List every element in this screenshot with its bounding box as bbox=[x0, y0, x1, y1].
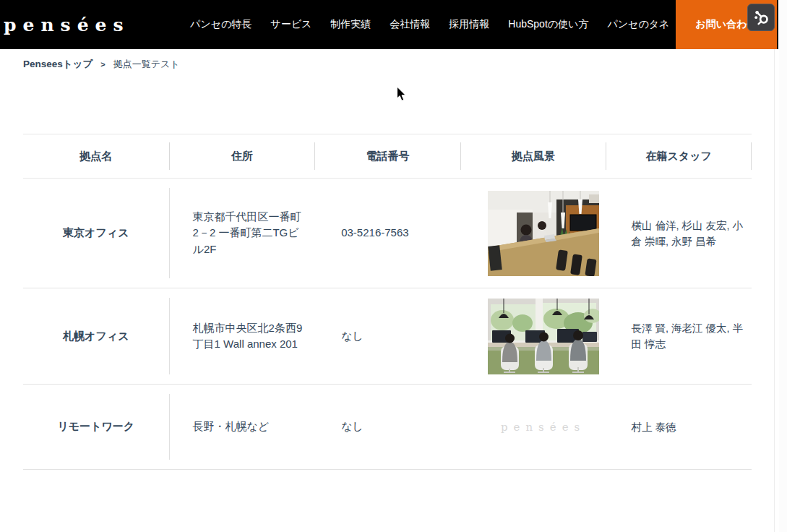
location-phone: なし bbox=[314, 419, 460, 435]
location-phone: なし bbox=[314, 328, 460, 345]
column-divider bbox=[169, 298, 170, 374]
menu-item-works[interactable]: 制作実績 bbox=[330, 18, 371, 31]
location-address: 札幌市中央区北2条西9丁目1 Wall annex 201 bbox=[169, 320, 315, 353]
column-header-address: 住所 bbox=[169, 142, 315, 170]
location-name: 札幌オフィス bbox=[23, 328, 169, 345]
location-name: 東京オフィス bbox=[23, 225, 169, 241]
pensees-logo[interactable]: pensées bbox=[4, 14, 130, 35]
main-menu: パンセの特長 サービス 制作実績 会社情報 採用情報 HubSpotの使い方 パ… bbox=[190, 0, 669, 49]
location-staff: 横山 倫洋, 杉山 友宏, 小倉 崇暉, 永野 昌希 bbox=[606, 218, 752, 249]
location-phone: 03-5216-7563 bbox=[314, 225, 460, 241]
column-header-staff: 在籍スタッフ bbox=[606, 142, 752, 170]
mouse-cursor bbox=[396, 86, 407, 105]
column-divider bbox=[169, 188, 170, 278]
menu-item-pensee-tane[interactable]: パンセのタネ bbox=[607, 18, 669, 31]
table-header-row: 拠点名 住所 電話番号 拠点風景 在籍スタッフ bbox=[23, 134, 752, 179]
table-row-remote: リモートワーク 長野・札幌など なし pensées 村上 泰徳 bbox=[23, 385, 752, 470]
column-header-photo: 拠点風景 bbox=[460, 142, 606, 170]
vertical-scrollbar[interactable] bbox=[779, 0, 787, 532]
hubspot-sprocket-button[interactable] bbox=[747, 4, 775, 31]
column-header-name: 拠点名 bbox=[23, 142, 169, 170]
breadcrumb-separator: > bbox=[100, 60, 105, 69]
menu-item-recruit[interactable]: 採用情報 bbox=[449, 18, 489, 31]
column-divider bbox=[169, 394, 170, 460]
photo-placeholder-logo: pensées bbox=[501, 421, 585, 434]
location-photo-cell bbox=[460, 299, 606, 374]
location-staff: 長澤 賢, 海老江 優太, 半田 惇志 bbox=[606, 320, 752, 352]
menu-item-services[interactable]: サービス bbox=[270, 18, 311, 31]
table-row-sapporo: 札幌オフィス 札幌市中央区北2条西9丁目1 Wall annex 201 なし bbox=[23, 288, 752, 385]
breadcrumb: Penseesトップ > 拠点一覧テスト bbox=[23, 58, 180, 71]
location-staff: 村上 泰徳 bbox=[606, 419, 752, 435]
sapporo-office-photo bbox=[488, 299, 599, 374]
location-photo-cell: pensées bbox=[460, 421, 606, 434]
menu-item-hubspot-howto[interactable]: HubSpotの使い方 bbox=[508, 18, 588, 31]
breadcrumb-current: 拠点一覧テスト bbox=[113, 58, 180, 71]
column-header-phone: 電話番号 bbox=[314, 142, 460, 170]
top-nav: pensées パンセの特長 サービス 制作実績 会社情報 採用情報 HubSp… bbox=[0, 0, 778, 49]
hubspot-sprocket-icon bbox=[752, 9, 770, 26]
table-row-tokyo: 東京オフィス 東京都千代田区一番町2－2 一番町第二TGビル2F 03-5216… bbox=[23, 179, 752, 288]
menu-item-company[interactable]: 会社情報 bbox=[390, 18, 430, 31]
location-photo-cell bbox=[460, 191, 606, 276]
page-edge-divider bbox=[774, 49, 775, 532]
tokyo-office-photo bbox=[488, 191, 599, 276]
breadcrumb-home-link[interactable]: Penseesトップ bbox=[23, 58, 93, 71]
location-address: 長野・札幌など bbox=[169, 419, 315, 435]
menu-item-features[interactable]: パンセの特長 bbox=[190, 18, 251, 31]
location-address: 東京都千代田区一番町2－2 一番町第二TGビル2F bbox=[169, 209, 315, 258]
location-name: リモートワーク bbox=[23, 419, 169, 435]
locations-table: 拠点名 住所 電話番号 拠点風景 在籍スタッフ 東京オフィス 東京都千代田区一番… bbox=[23, 134, 752, 470]
